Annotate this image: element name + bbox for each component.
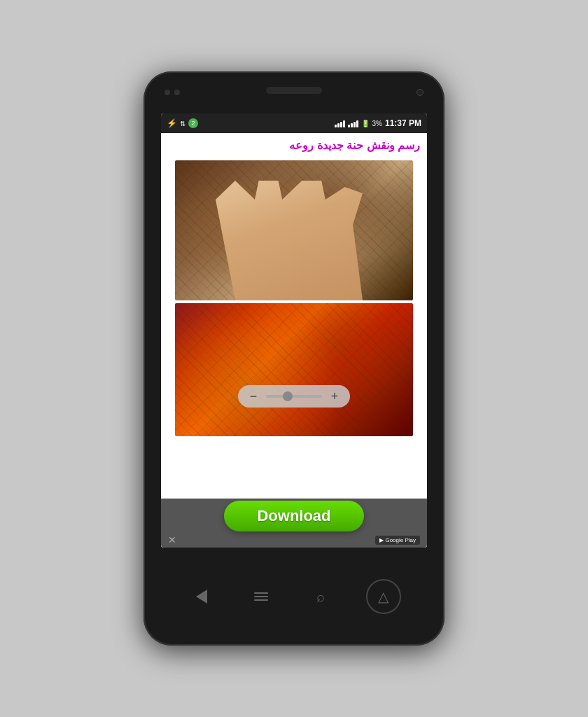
zoom-slider-thumb[interactable] bbox=[283, 391, 293, 401]
phone-top-bar bbox=[144, 71, 444, 113]
front-camera bbox=[416, 89, 424, 96]
speaker-grille bbox=[266, 87, 322, 94]
henna-image-1 bbox=[175, 160, 413, 300]
app-header: رسم ونقش حنة جديدة روعه bbox=[161, 133, 427, 158]
signal-bar2-4 bbox=[356, 120, 358, 127]
back-button[interactable] bbox=[188, 586, 216, 607]
phone-screen: ⚡ ⇅ 2 🔋 3% 11:37 PM bbox=[161, 113, 427, 548]
bottom-bar: Download ✕ ▶ Google Play bbox=[161, 499, 427, 548]
signal-bar-2 bbox=[337, 123, 340, 127]
home-icon: △ bbox=[378, 588, 388, 605]
menu-button[interactable] bbox=[247, 586, 275, 607]
pattern-overlay-2 bbox=[175, 303, 413, 436]
battery-percent: 3% bbox=[372, 120, 382, 127]
signal-bar2-2 bbox=[351, 123, 353, 127]
search-button[interactable]: ⌕ bbox=[307, 586, 335, 607]
sync-icon: ⇅ bbox=[180, 120, 186, 127]
content-area: − + Download ✕ ▶ Google Play bbox=[161, 158, 427, 548]
usb-icon: ⚡ bbox=[167, 118, 177, 128]
status-left-icons: ⚡ ⇅ 2 bbox=[167, 118, 198, 128]
signal-bar2-1 bbox=[348, 125, 350, 127]
search-icon: ⌕ bbox=[316, 589, 325, 605]
zoom-controls: − + bbox=[238, 385, 350, 408]
top-left-dots bbox=[164, 90, 180, 95]
battery-icon: 🔋 bbox=[361, 120, 370, 127]
status-bar: ⚡ ⇅ 2 🔋 3% 11:37 PM bbox=[161, 113, 427, 133]
signal-bar-1 bbox=[335, 125, 337, 127]
app-title: رسم ونقش حنة جديدة روعه bbox=[168, 139, 420, 152]
bottom-sub-bar: ✕ ▶ Google Play bbox=[161, 534, 427, 545]
menu-line-3 bbox=[254, 599, 268, 601]
menu-icon bbox=[254, 592, 268, 601]
zoom-in-button[interactable]: + bbox=[326, 388, 343, 405]
zoom-slider-track[interactable] bbox=[266, 395, 322, 398]
notification-badge: 2 bbox=[188, 118, 198, 128]
signal-bar-4 bbox=[343, 120, 345, 127]
menu-line-1 bbox=[254, 592, 268, 594]
close-button[interactable]: ✕ bbox=[168, 534, 176, 545]
google-play-label: Google Play bbox=[385, 537, 416, 543]
henna-image-2 bbox=[175, 303, 413, 436]
home-button[interactable]: △ bbox=[366, 579, 401, 614]
signal-bar2-3 bbox=[354, 122, 356, 127]
phone-bottom-bar: ⌕ △ bbox=[144, 548, 444, 646]
signal-bar-3 bbox=[340, 122, 342, 127]
app-content: رسم ونقش حنة جديدة روعه − bbox=[161, 133, 427, 548]
dot-1 bbox=[164, 90, 170, 95]
clock: 11:37 PM bbox=[385, 118, 421, 128]
signal-bars-2 bbox=[348, 119, 358, 127]
google-play-badge[interactable]: ▶ Google Play bbox=[375, 536, 420, 545]
zoom-out-button[interactable]: − bbox=[245, 388, 262, 405]
back-icon bbox=[196, 590, 207, 604]
download-button[interactable]: Download bbox=[224, 501, 364, 531]
menu-line-2 bbox=[254, 596, 268, 597]
play-icon: ▶ bbox=[379, 537, 384, 543]
signal-bars bbox=[335, 119, 345, 127]
status-right-icons: 🔋 3% 11:37 PM bbox=[335, 118, 421, 128]
dot-2 bbox=[174, 90, 180, 95]
phone-device: ⚡ ⇅ 2 🔋 3% 11:37 PM bbox=[144, 71, 444, 646]
